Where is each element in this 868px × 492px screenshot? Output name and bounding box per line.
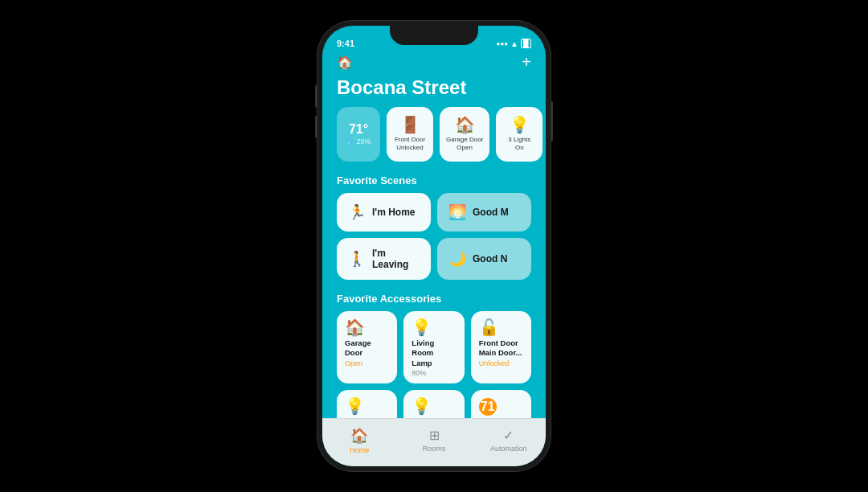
acc-garage-door[interactable]: 🏠 GarageDoor Open [337,311,397,383]
accessories-grid: 🏠 GarageDoor Open 💡 Living RoomLamp 80% … [322,311,546,418]
front-door-icon: 🚪 [400,117,420,133]
notch [390,26,478,45]
acc-living-lamp-status: 80% [411,369,456,377]
tab-home-icon: 🏠 [350,427,368,445]
phone-screen: 9:41 ●●● ▲ ▉ 🏠 + Bocana Street 71° 💧 [322,26,546,466]
status-time: 9:41 [337,39,354,48]
acc-lock-status: Unlocked [479,359,523,367]
acc-hallway-light[interactable]: 💡 HallwayLight 70% [403,390,464,418]
front-door-chip[interactable]: 🚪 Front DoorUnlocked [387,107,433,162]
tab-automation[interactable]: ✓ Automation [471,428,546,453]
im-leaving-label: I'm Leaving [372,248,420,270]
tab-rooms-label: Rooms [423,445,446,453]
signal-icon: ●●● [497,40,509,47]
top-bar: 🏠 + [322,51,546,75]
weather-humidity: 💧 20% [346,137,371,146]
lights-chip[interactable]: 💡 3 LightsOn [496,107,542,162]
acc-garage-status: Open [345,359,389,367]
tab-automation-icon: ✓ [503,428,514,443]
page-title: Bocana Street [322,75,546,107]
im-home-icon: 🏃 [348,203,366,221]
acc-garage-name: GarageDoor [345,338,389,359]
acc-lock-name: Front DoorMain Door... [479,338,523,359]
scene-im-home[interactable]: 🏃 I'm Home [337,193,431,232]
acc-lock-icon: 🔓 [479,319,523,335]
tab-home[interactable]: 🏠 Home [322,427,397,454]
acc-garage-icon: 🏠 [345,319,389,335]
good-night-icon: 🌙 [448,250,466,268]
wifi-icon: ▲ [510,39,518,48]
garage-chip-label: Garage DoorOpen [446,136,483,151]
tab-automation-label: Automation [490,445,527,453]
home-icon[interactable]: 🏠 [337,55,353,70]
scene-im-leaving[interactable]: 🚶 I'm Leaving [337,238,431,280]
phone-frame: 9:41 ●●● ▲ ▉ 🏠 + Bocana Street 71° 💧 [317,21,551,471]
acc-thermostat[interactable]: 71 Living RoomThermostat Heating to 71° [471,390,531,418]
favorite-scenes-label: Favorite Scenes [322,171,546,193]
drop-icon: 💧 [346,137,354,146]
weather-chip[interactable]: 71° 💧 20% [337,107,380,162]
scene-good-morning[interactable]: 🌅 Good M [437,193,531,232]
acc-hallway-icon: 💡 [411,398,456,414]
good-night-label: Good N [473,253,507,264]
acc-living-lamp-icon: 💡 [411,319,456,335]
scene-good-night[interactable]: 🌙 Good N [437,238,531,280]
scroll-content[interactable]: 71° 💧 20% 🚪 Front DoorUnlocked 🏠 Garage … [322,107,546,418]
favorite-accessories-label: Favorite Accessories [322,289,546,311]
lights-chip-label: 3 LightsOn [508,136,530,151]
lights-chip-icon: 💡 [510,117,530,133]
im-home-label: I'm Home [372,207,416,218]
acc-living-lamp[interactable]: 💡 Living RoomLamp 80% [403,311,464,383]
tab-bar: 🏠 Home ⊞ Rooms ✓ Automation [322,418,546,466]
add-icon[interactable]: + [522,53,531,72]
acc-front-door-lock[interactable]: 🔓 Front DoorMain Door... Unlocked [471,311,531,383]
front-door-label: Front DoorUnlocked [395,136,425,151]
battery-icon: ▉ [521,39,531,48]
weather-temp: 71° [349,123,368,136]
im-leaving-icon: 🚶 [348,250,366,268]
acc-living-lamp-name: Living RoomLamp [411,338,456,368]
status-chips-row: 71° 💧 20% 🚪 Front DoorUnlocked 🏠 Garage … [322,107,546,171]
tab-rooms-icon: ⊞ [429,428,440,443]
tab-rooms[interactable]: ⊞ Rooms [397,428,472,453]
scenes-grid: 🏃 I'm Home 🌅 Good M 🚶 I'm Leaving 🌙 Good… [322,193,546,289]
good-morning-label: Good M [473,207,509,218]
good-morning-icon: 🌅 [448,203,466,221]
status-icons: ●●● ▲ ▉ [497,39,531,48]
acc-kitchen-light[interactable]: 💡 KitchenLight 70% [337,390,397,418]
acc-thermostat-icon: 71 [479,398,497,416]
acc-kitchen-icon: 💡 [345,398,389,414]
tab-home-label: Home [350,446,369,454]
garage-chip-icon: 🏠 [455,117,475,133]
garage-chip[interactable]: 🏠 Garage DoorOpen [440,107,489,162]
